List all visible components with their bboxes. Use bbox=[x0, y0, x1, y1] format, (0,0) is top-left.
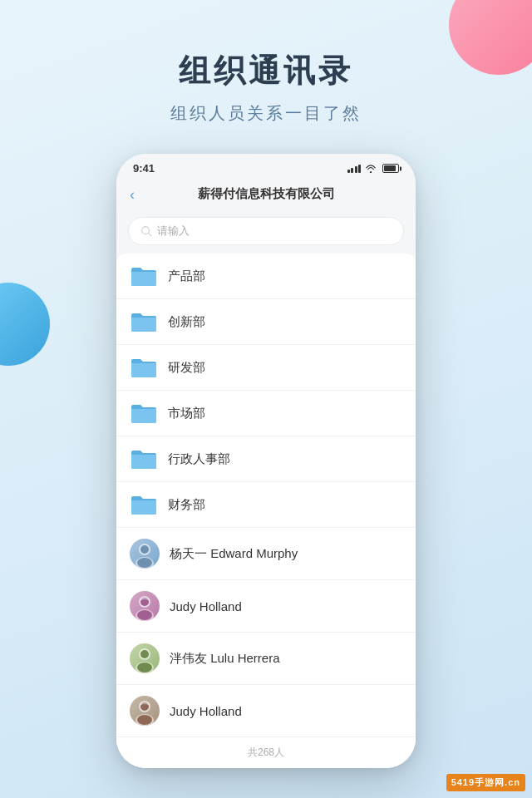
contact-name-1: 杨天一 Edward Murphy bbox=[170, 546, 402, 562]
svg-point-5 bbox=[137, 558, 152, 568]
folder-icon bbox=[130, 356, 158, 379]
nav-title: 薪得付信息科技有限公司 bbox=[198, 186, 335, 202]
count-text: 共268人 bbox=[248, 746, 284, 758]
nav-bar: ‹ 薪得付信息科技有限公司 bbox=[116, 180, 416, 210]
svg-point-4 bbox=[140, 545, 149, 554]
svg-point-17 bbox=[137, 715, 152, 725]
wifi-icon bbox=[366, 165, 376, 173]
search-bar[interactable]: 请输入 bbox=[128, 217, 404, 245]
search-icon bbox=[140, 225, 152, 237]
avatar bbox=[130, 643, 160, 673]
folder-icon bbox=[130, 493, 158, 516]
dept-name-3: 研发部 bbox=[168, 360, 402, 376]
footer-count: 共268人 bbox=[116, 737, 416, 768]
status-time: 9:41 bbox=[133, 162, 155, 175]
page-title: 组织通讯录 bbox=[0, 50, 532, 92]
list-container: 产品部 创新部 研发部 市场部 bbox=[116, 254, 416, 768]
battery-icon bbox=[382, 164, 399, 173]
svg-line-1 bbox=[149, 234, 151, 236]
search-placeholder: 请输入 bbox=[157, 224, 190, 239]
avatar bbox=[130, 591, 160, 621]
dept-name-6: 财务部 bbox=[168, 497, 402, 513]
dept-name-5: 行政人事部 bbox=[168, 451, 402, 467]
watermark: 5419手游网.cn bbox=[446, 774, 525, 791]
svg-point-13 bbox=[137, 663, 152, 672]
page-subtitle: 组织人员关系一目了然 bbox=[0, 102, 532, 125]
svg-point-9 bbox=[137, 610, 152, 620]
dept-name-2: 创新部 bbox=[168, 314, 402, 330]
folder-icon bbox=[130, 401, 158, 425]
contact-name-4: Judy Holland bbox=[170, 704, 402, 718]
list-item[interactable]: 市场部 bbox=[116, 391, 416, 436]
contact-name-2: Judy Holland bbox=[170, 599, 402, 613]
status-icons bbox=[347, 164, 400, 173]
avatar bbox=[130, 696, 160, 726]
contact-item[interactable]: Judy Holland bbox=[116, 580, 416, 633]
dept-name-4: 市场部 bbox=[168, 406, 402, 421]
list-item[interactable]: 研发部 bbox=[116, 345, 416, 391]
list-item[interactable]: 财务部 bbox=[116, 482, 416, 528]
avatar bbox=[130, 539, 160, 569]
status-bar: 9:41 bbox=[116, 154, 416, 180]
contact-item[interactable]: Judy Holland bbox=[116, 685, 416, 737]
phone-mockup: 9:41 ‹ 薪得付信息科技有限公司 请输入 bbox=[116, 154, 416, 768]
decorative-circle-blue bbox=[0, 283, 50, 366]
list-item[interactable]: 创新部 bbox=[116, 299, 416, 345]
list-item[interactable]: 行政人事部 bbox=[116, 436, 416, 482]
contact-item[interactable]: 杨天一 Edward Murphy bbox=[116, 528, 416, 580]
dept-name-1: 产品部 bbox=[168, 268, 402, 284]
contact-item[interactable]: 泮伟友 Lulu Herrera bbox=[116, 633, 416, 685]
folder-icon bbox=[130, 310, 158, 333]
list-item[interactable]: 产品部 bbox=[116, 254, 416, 299]
folder-icon bbox=[130, 447, 158, 470]
back-button[interactable]: ‹ bbox=[130, 187, 135, 202]
folder-icon bbox=[130, 264, 158, 288]
signal-icon bbox=[347, 165, 362, 173]
contact-name-3: 泮伟友 Lulu Herrera bbox=[170, 651, 402, 667]
svg-point-12 bbox=[140, 650, 149, 658]
